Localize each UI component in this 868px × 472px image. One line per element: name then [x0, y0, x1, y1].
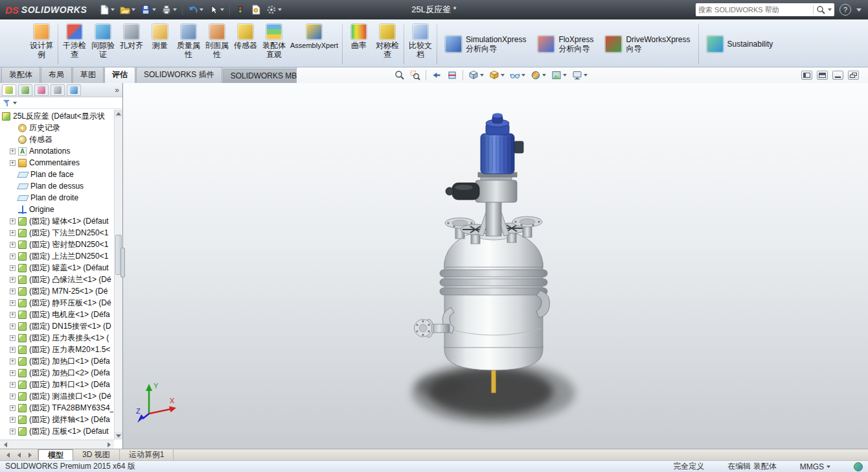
expand-toggle-icon[interactable] [10, 300, 16, 306]
tree-item[interactable]: (固定) 搅拌轴<1> (Défa [2, 414, 113, 425]
file-properties-button[interactable] [249, 3, 263, 16]
units-dropdown[interactable]: MMGS [800, 462, 830, 471]
tab-model[interactable]: 模型 [38, 449, 73, 460]
help-icon[interactable] [839, 4, 851, 16]
expand-toggle-icon[interactable] [10, 148, 16, 154]
ribbon-button-driveworksxpress[interactable]: DriveWorksXpress 向导 [599, 21, 696, 67]
tree-item[interactable]: (固定) 罐体<1> (Défaut [2, 215, 113, 227]
restore-window-icon[interactable] [848, 71, 859, 80]
ribbon-button-interference-check[interactable]: 干涉检查 [60, 21, 89, 67]
tree-item[interactable]: 传感器 [2, 134, 113, 145]
tree-item[interactable]: (固定) TFA28BMY63S4_ [2, 402, 113, 414]
first-tab-arrow-icon[interactable] [3, 451, 12, 459]
expand-toggle-icon[interactable] [10, 312, 16, 318]
rebuild-button[interactable] [233, 3, 247, 16]
tab-sketch[interactable]: 草图 [73, 67, 104, 83]
tree-item[interactable]: (固定) 密封垫DN250<1 [2, 239, 113, 250]
tree-item[interactable]: Annotations [2, 145, 113, 157]
prev-tab-arrow-icon[interactable] [14, 451, 23, 459]
new-document-button[interactable] [97, 3, 117, 16]
print-button[interactable] [159, 3, 179, 16]
ribbon-button-assembly-visualization[interactable]: 装配体直观 [260, 21, 288, 67]
tab-evaluate[interactable]: 评估 [104, 67, 135, 83]
expand-toggle-icon[interactable] [10, 230, 16, 236]
expand-toggle-icon[interactable] [10, 405, 16, 411]
expand-toggle-icon[interactable] [10, 218, 16, 224]
tree-item[interactable]: (固定) 加热口<2> (Défa [2, 367, 113, 379]
tree-item[interactable]: Origine [2, 204, 113, 215]
ribbon-button-hole-alignment[interactable]: 孔对齐 [117, 21, 146, 67]
ribbon-button-clearance-verify[interactable]: 间隙验证 [89, 21, 117, 67]
displaymanager-tab[interactable] [67, 84, 81, 96]
expand-toggle-icon[interactable] [10, 347, 16, 353]
split-left-icon[interactable] [801, 71, 812, 80]
quick-tips-icon[interactable] [854, 462, 863, 471]
search-input[interactable] [698, 6, 810, 14]
expand-toggle-icon[interactable] [10, 254, 16, 259]
tree-item[interactable]: Plan de droite [2, 192, 113, 204]
scroll-up-arrow-icon[interactable] [115, 110, 122, 117]
search-icon[interactable] [816, 5, 825, 14]
collapse-chevron-icon[interactable] [856, 8, 862, 12]
ribbon-button-assemblyxpert[interactable]: AssemblyXpert [288, 21, 340, 67]
propertymanager-tab[interactable] [18, 84, 32, 96]
tree-horizontal-scrollbar[interactable] [0, 440, 114, 449]
tab-layout[interactable]: 布局 [41, 67, 72, 83]
view-settings-button[interactable] [570, 69, 589, 81]
tree-item[interactable]: (固定) DN15接管<1> (D [2, 320, 113, 332]
ribbon-button-simulationxpress[interactable]: SimulationXpress 分析向导 [439, 21, 532, 67]
expand-toggle-icon[interactable] [10, 417, 16, 423]
expand-toggle-icon[interactable] [10, 429, 16, 434]
ribbon-button-compare-documents[interactable]: 比较文档 [406, 21, 435, 67]
tree-item[interactable]: (固定) 压板<1> (Défaut [2, 425, 113, 437]
expand-toggle-icon[interactable] [10, 289, 16, 294]
search-caret-icon[interactable] [828, 8, 832, 11]
next-tab-arrow-icon[interactable] [25, 451, 34, 459]
split-top-icon[interactable] [817, 71, 828, 80]
options-button[interactable] [264, 3, 284, 16]
save-button[interactable] [139, 3, 158, 16]
select-button[interactable] [207, 3, 226, 16]
tree-item[interactable]: (固定) 罐盖<1> (Défaut [2, 262, 113, 274]
expand-toggle-icon[interactable] [10, 370, 16, 376]
edit-appearance-button[interactable] [529, 69, 548, 81]
expand-toggle-icon[interactable] [10, 324, 16, 329]
scroll-right-arrow-icon[interactable] [104, 440, 113, 449]
expand-toggle-icon[interactable] [10, 359, 16, 364]
ribbon-button-sensors[interactable]: 传感器 [231, 21, 260, 67]
expand-toggle-icon[interactable] [10, 394, 16, 399]
tree-item[interactable]: (固定) 压力表接头<1> ( [2, 332, 113, 344]
tab-3d-views[interactable]: 3D 视图 [73, 449, 120, 460]
minimize-window-icon[interactable] [832, 71, 843, 80]
open-button[interactable] [118, 3, 137, 16]
expand-toggle-icon[interactable] [10, 160, 16, 166]
tree-root-item[interactable]: 25L反应釜 (Défaut<显示状 [2, 110, 113, 122]
configurationmanager-tab[interactable] [34, 84, 49, 96]
ribbon-button-design-study[interactable]: 设计算例 [27, 21, 56, 67]
expand-toggle-icon[interactable] [10, 335, 16, 341]
section-view-button[interactable] [445, 69, 459, 81]
ribbon-button-mass-properties[interactable]: 质量属性 [174, 21, 203, 67]
ribbon-button-measure[interactable]: 测量 [146, 21, 174, 67]
tab-motion-study[interactable]: 运动算例1 [120, 449, 174, 460]
view-orientation-button[interactable] [466, 69, 486, 81]
undo-button[interactable] [186, 3, 205, 16]
expand-toggle-icon[interactable] [10, 242, 16, 248]
expand-toggle-icon[interactable] [10, 265, 16, 271]
tab-assembly[interactable]: 装配体 [1, 67, 40, 83]
panel-splitter-handle[interactable] [120, 248, 125, 277]
hide-show-items-button[interactable] [508, 69, 527, 81]
tab-solidworks-addins[interactable]: SOLIDWORKS 插件 [136, 67, 222, 83]
expand-toggle-icon[interactable] [10, 382, 16, 388]
tree-item[interactable]: (固定) 静环压板<1> (Dé [2, 297, 113, 309]
zoom-area-button[interactable] [408, 69, 422, 81]
scroll-left-arrow-icon[interactable] [1, 440, 10, 449]
previous-view-button[interactable] [429, 69, 444, 81]
ribbon-button-curvature[interactable]: 曲率 [345, 21, 373, 67]
tree-item[interactable]: (固定) 测温接口<1> (Dé [2, 390, 113, 402]
dimxpertmanager-tab[interactable] [51, 84, 65, 96]
tree-item[interactable]: (固定) 电机座<1> (Défa [2, 309, 113, 320]
scroll-down-arrow-icon[interactable] [115, 432, 122, 440]
tree-item[interactable]: (固定) 下法兰DN250<1 [2, 227, 113, 239]
tree-item[interactable]: (固定) 压力表M20×1.5< [2, 344, 113, 355]
